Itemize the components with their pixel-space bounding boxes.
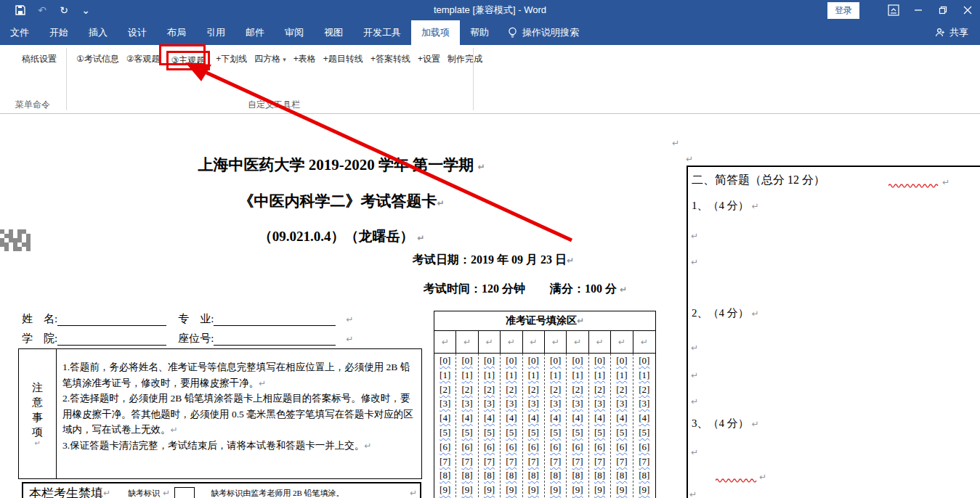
digit-bubble[interactable]: [7] — [501, 454, 522, 469]
tab-插入[interactable]: 插入 — [78, 20, 118, 45]
digit-bubble[interactable]: [2] — [611, 383, 632, 397]
digit-bubble[interactable]: [5] — [479, 425, 500, 440]
digit-bubble[interactable]: [7] — [633, 454, 655, 469]
digit-bubble[interactable]: [9] — [479, 483, 500, 497]
tab-加载项[interactable]: 加载项 — [411, 20, 460, 45]
digit-bubble[interactable]: [2] — [501, 383, 522, 397]
digit-bubble[interactable]: [6] — [611, 440, 632, 454]
toolbar-button-②客观题[interactable]: ②客观题 — [125, 51, 162, 68]
grid-blank-cell[interactable]: ↵ — [611, 331, 633, 353]
college-input-line[interactable] — [57, 333, 166, 346]
digit-bubble[interactable]: [0] — [434, 354, 455, 368]
digit-bubble[interactable]: [8] — [501, 468, 522, 483]
digit-bubble[interactable]: [3] — [456, 396, 477, 411]
digit-bubble[interactable]: [5] — [501, 425, 522, 440]
grid-blank-cell[interactable]: ↵ — [633, 331, 655, 353]
toolbar-button-四方格[interactable]: 四方格▾ — [253, 51, 288, 68]
digit-bubble[interactable]: [5] — [589, 425, 610, 440]
digit-bubble[interactable]: [9] — [567, 483, 588, 497]
digit-bubble[interactable]: [1] — [523, 368, 544, 383]
digit-bubble[interactable]: [8] — [523, 468, 544, 483]
grid-blank-cell[interactable]: ↵ — [589, 331, 611, 353]
restore-button[interactable] — [931, 0, 955, 20]
digit-bubble[interactable]: [7] — [545, 454, 566, 469]
digit-bubble[interactable]: [1] — [633, 368, 655, 383]
grid-blank-cell[interactable]: ↵ — [501, 331, 522, 353]
close-button[interactable] — [955, 0, 980, 20]
toolbar-button-稿纸设置[interactable]: 稿纸设置 — [20, 51, 58, 68]
digit-bubble[interactable]: [1] — [501, 368, 522, 383]
digit-bubble[interactable]: [1] — [479, 368, 500, 383]
digit-bubble[interactable]: [4] — [501, 411, 522, 425]
digit-bubble[interactable]: [5] — [633, 425, 655, 440]
digit-bubble[interactable]: [2] — [589, 383, 610, 397]
toolbar-button-+设置[interactable]: +设置 — [416, 51, 442, 68]
digit-bubble[interactable]: [3] — [611, 396, 632, 411]
digit-bubble[interactable]: [0] — [611, 354, 632, 368]
digit-bubble[interactable]: [4] — [545, 411, 566, 425]
digit-bubble[interactable]: [2] — [523, 383, 544, 397]
digit-bubble[interactable]: [7] — [611, 454, 632, 469]
digit-bubble[interactable]: [7] — [567, 454, 588, 469]
digit-bubble[interactable]: [2] — [545, 383, 566, 397]
digit-bubble[interactable]: [3] — [567, 396, 588, 411]
digit-bubble[interactable]: [7] — [523, 454, 544, 469]
toolbar-button-制作完成[interactable]: 制作完成 — [446, 51, 484, 68]
name-input-line[interactable] — [57, 314, 166, 326]
digit-bubble[interactable]: [6] — [456, 440, 477, 454]
digit-bubble[interactable]: [5] — [611, 425, 632, 440]
digit-bubble[interactable]: [7] — [479, 454, 500, 469]
toolbar-button-+答案转线[interactable]: +答案转线 — [369, 51, 412, 68]
tab-文件[interactable]: 文件 — [0, 20, 39, 45]
customize-quick-access-icon[interactable]: ⌄ — [80, 4, 92, 16]
digit-bubble[interactable]: [6] — [501, 440, 522, 454]
digit-bubble[interactable]: [0] — [633, 354, 655, 368]
digit-bubble[interactable]: [4] — [633, 411, 655, 425]
digit-bubble[interactable]: [8] — [456, 468, 477, 483]
tab-布局[interactable]: 布局 — [157, 20, 196, 45]
digit-bubble[interactable]: [2] — [434, 383, 455, 397]
digit-bubble[interactable]: [0] — [567, 354, 588, 368]
grid-blank-cell[interactable]: ↵ — [434, 331, 456, 353]
digit-bubble[interactable]: [4] — [611, 411, 632, 425]
tab-引用[interactable]: 引用 — [196, 20, 235, 45]
absent-mark-box[interactable] — [174, 487, 195, 498]
digit-bubble[interactable]: [1] — [567, 368, 588, 383]
document-page[interactable]: 上海中医药大学 2019-2020 学年 第一学期 ↵ 《中医内科学二》考试答题… — [0, 115, 980, 498]
tab-邮件[interactable]: 邮件 — [235, 20, 275, 45]
digit-bubble[interactable]: [6] — [567, 440, 588, 454]
digit-bubble[interactable]: [4] — [523, 411, 544, 425]
digit-bubble[interactable]: [4] — [434, 411, 455, 425]
digit-bubble[interactable]: [6] — [523, 440, 544, 454]
minimize-button[interactable] — [906, 0, 931, 20]
digit-bubble[interactable]: [6] — [545, 440, 566, 454]
digit-bubble[interactable]: [3] — [633, 396, 655, 411]
login-button[interactable]: 登录 — [827, 2, 859, 19]
undo-icon[interactable]: ↶ — [36, 4, 48, 16]
digit-bubble[interactable]: [4] — [567, 411, 588, 425]
digit-bubble[interactable]: [0] — [479, 354, 500, 368]
digit-bubble[interactable]: [8] — [434, 468, 455, 483]
tab-视图[interactable]: 视图 — [314, 20, 353, 45]
toolbar-button-+表格[interactable]: +表格 — [292, 51, 317, 68]
digit-bubble[interactable]: [5] — [567, 425, 588, 440]
digit-bubble[interactable]: [4] — [589, 411, 610, 425]
redo-icon[interactable]: ↻ — [58, 4, 70, 16]
digit-bubble[interactable]: [0] — [456, 354, 477, 368]
digit-bubble[interactable]: [1] — [611, 368, 632, 383]
digit-bubble[interactable]: [5] — [456, 425, 477, 440]
digit-bubble[interactable]: [3] — [501, 396, 522, 411]
digit-bubble[interactable]: [9] — [434, 483, 455, 497]
digit-bubble[interactable]: [0] — [545, 354, 566, 368]
digit-bubble[interactable]: [6] — [589, 440, 610, 454]
grid-blank-cell[interactable]: ↵ — [523, 331, 545, 353]
tab-帮助[interactable]: 帮助 — [460, 20, 499, 45]
digit-bubble[interactable]: [6] — [633, 440, 655, 454]
digit-bubble[interactable]: [7] — [434, 454, 455, 469]
digit-bubble[interactable]: [8] — [611, 468, 632, 483]
digit-bubble[interactable]: [1] — [456, 368, 477, 383]
toolbar-button-+下划线[interactable]: +下划线 — [214, 51, 248, 68]
grid-blank-cell[interactable]: ↵ — [479, 331, 501, 353]
toolbar-button-①考试信息[interactable]: ①考试信息 — [75, 51, 121, 68]
digit-bubble[interactable]: [1] — [545, 368, 566, 383]
